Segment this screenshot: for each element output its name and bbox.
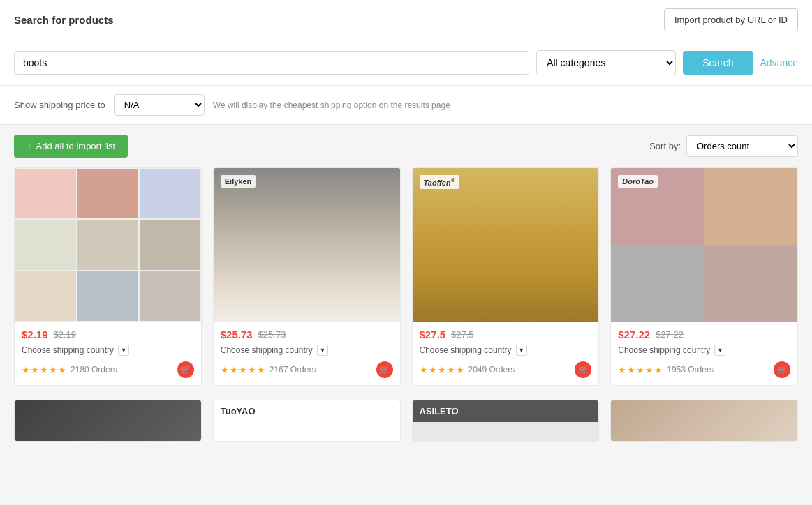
star-icon: ★	[627, 365, 635, 375]
brand-label: Eilyken	[221, 175, 256, 188]
fashion-cell	[611, 245, 704, 322]
product-info: $27.22 $27.22 Choose shipping country ▼ …	[611, 322, 797, 385]
product-image[interactable]	[15, 168, 201, 322]
add-to-cart-button[interactable]: 🛒	[774, 361, 790, 378]
price-original: $27.22	[656, 329, 684, 340]
add-to-cart-button[interactable]: 🛒	[575, 361, 591, 378]
mosaic-cell	[15, 168, 77, 219]
product-image[interactable]: DoroTao	[611, 168, 797, 322]
stars: ★ ★ ★ ★ ★	[618, 365, 663, 375]
product-image[interactable]: Taoffen®	[413, 168, 599, 322]
star-icon: ★	[447, 365, 455, 375]
price-row: $25.73 $25.73	[221, 329, 393, 340]
price-row: $2.19 $2.19	[22, 329, 194, 340]
price-original: $25.73	[258, 329, 286, 340]
star-icon: ★	[645, 365, 654, 375]
partial-product-card	[610, 400, 798, 442]
star-icon: ★	[22, 365, 30, 375]
orders-count: 2180 Orders	[71, 365, 117, 375]
shipping-hint: We will display the cheapest shipping op…	[213, 100, 450, 110]
price-current: $27.5	[420, 329, 446, 340]
advance-button[interactable]: Advance	[760, 57, 798, 68]
partial-product-card: TuoYAO	[213, 400, 401, 442]
mosaic-cell	[15, 271, 77, 322]
star-icon: ★	[248, 365, 256, 375]
add-all-label: Add all to import list	[36, 141, 115, 151]
add-all-button[interactable]: + Add all to import list	[14, 135, 128, 158]
partial-product-card: ASILETO	[412, 400, 600, 442]
shipping-country-dropdown-icon[interactable]: ▼	[714, 345, 725, 356]
orders-count: 2167 Orders	[270, 365, 316, 375]
price-original: $2.19	[54, 329, 77, 340]
shipping-country-row: Choose shipping country ▼	[22, 345, 194, 356]
shipping-country-select[interactable]: N/A United States United Kingdom Germany…	[114, 94, 205, 116]
shipping-country-dropdown-icon[interactable]: ▼	[516, 345, 527, 356]
rating-row: ★ ★ ★ ★ ★ 2180 Orders 🛒	[22, 361, 194, 378]
shipping-country-label: Choose shipping country	[221, 345, 313, 355]
star-icon: ★	[438, 365, 446, 375]
star-icon: ★	[257, 365, 265, 375]
cart-icon-symbol: 🛒	[379, 365, 390, 375]
star-icon: ★	[221, 365, 229, 375]
mosaic-cell	[77, 219, 139, 270]
star-icon: ★	[239, 365, 247, 375]
product-image[interactable]: Eilyken	[214, 168, 400, 322]
cart-icon-symbol: 🛒	[777, 365, 788, 375]
shipping-country-dropdown-icon[interactable]: ▼	[118, 345, 129, 356]
price-current: $25.73	[221, 329, 253, 340]
fashion-cell	[704, 245, 797, 322]
price-original: $27.5	[451, 329, 474, 340]
sort-select[interactable]: Orders count Price low to high Price hig…	[686, 135, 798, 157]
add-to-cart-button[interactable]: 🛒	[177, 361, 194, 378]
product-info: $2.19 $2.19 Choose shipping country ▼ ★ …	[15, 322, 201, 385]
product-info: $27.5 $27.5 Choose shipping country ▼ ★ …	[413, 322, 599, 385]
orders-count: 1953 Orders	[667, 365, 714, 375]
brand-label: DoroTao	[618, 175, 658, 188]
search-input[interactable]	[14, 51, 529, 75]
star-icon: ★	[40, 365, 48, 375]
shipping-country-label: Choose shipping country	[618, 345, 710, 355]
star-icon: ★	[31, 365, 39, 375]
shipping-country-row: Choose shipping country ▼	[221, 345, 393, 356]
sort-by-container: Sort by: Orders count Price low to high …	[649, 135, 798, 157]
mosaic-cell	[139, 219, 201, 270]
rating-row: ★ ★ ★ ★ ★ 1953 Orders 🛒	[618, 361, 790, 378]
product-image-fashion	[611, 168, 797, 322]
price-current: $2.19	[22, 329, 48, 340]
price-row: $27.5 $27.5	[420, 329, 592, 340]
brand-label: Taoffen®	[420, 175, 459, 189]
fashion-cell	[704, 168, 797, 245]
rating-row: ★ ★ ★ ★ ★ 2049 Orders 🛒	[420, 361, 592, 378]
cart-icon-symbol: 🛒	[180, 365, 191, 375]
mosaic-cell	[77, 271, 139, 322]
price-row: $27.22 $27.22	[618, 329, 790, 340]
plus-icon: +	[27, 141, 32, 151]
star-icon: ★	[420, 365, 428, 375]
star-icon: ★	[456, 365, 464, 375]
star-icon: ★	[618, 365, 626, 375]
add-to-cart-button[interactable]: 🛒	[376, 361, 393, 378]
stars: ★ ★ ★ ★ ★	[420, 365, 464, 375]
sort-by-label: Sort by:	[649, 141, 681, 151]
product-card: Eilyken $25.73 $25.73 Choose shipping co…	[213, 167, 401, 386]
rating-row: ★ ★ ★ ★ ★ 2167 Orders 🛒	[221, 361, 393, 378]
shipping-bar: Show shipping price to N/A United States…	[0, 86, 812, 125]
search-button[interactable]: Search	[683, 51, 753, 75]
partial-brand-label: ASILETO	[413, 400, 599, 422]
shipping-label: Show shipping price to	[14, 100, 105, 110]
page-title: Search for products	[14, 14, 114, 26]
partial-brand-label: TuoYAO	[214, 400, 400, 422]
stars: ★ ★ ★ ★ ★	[22, 365, 66, 375]
star-icon: ★	[49, 365, 57, 375]
shipping-country-dropdown-icon[interactable]: ▼	[317, 345, 328, 356]
top-bar: Search for products Import product by UR…	[0, 0, 812, 40]
category-select[interactable]: All categories Women's Shoes Men's Shoes…	[536, 50, 676, 75]
shipping-country-row: Choose shipping country ▼	[420, 345, 592, 356]
shipping-country-label: Choose shipping country	[420, 345, 512, 355]
star-icon: ★	[636, 365, 644, 375]
shipping-country-label: Choose shipping country	[22, 345, 114, 355]
stars: ★ ★ ★ ★ ★	[221, 365, 265, 375]
mosaic-cell	[15, 219, 77, 270]
product-image-mosaic	[15, 168, 201, 322]
import-product-button[interactable]: Import product by URL or ID	[664, 8, 798, 31]
